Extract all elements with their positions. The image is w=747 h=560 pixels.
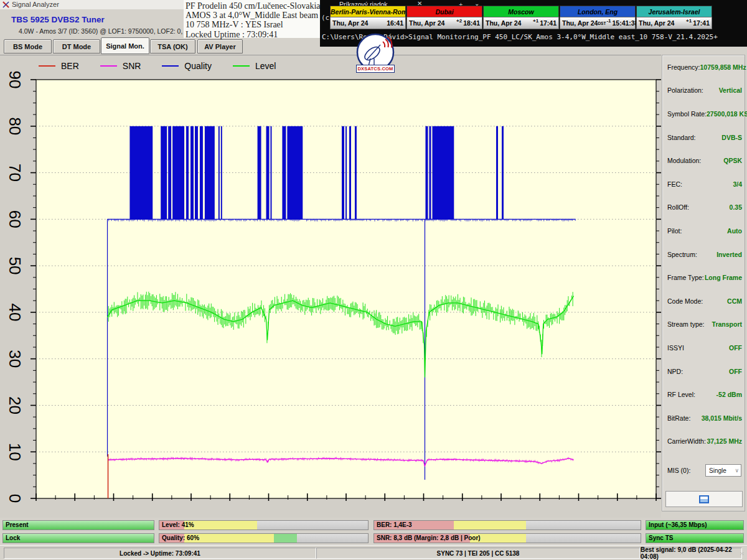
- clock-city: London, Eng: [560, 6, 636, 17]
- mis-select[interactable]: Single ∨: [705, 464, 741, 477]
- level-progress-bar: Level: 41%: [159, 520, 369, 530]
- ber-progress-bar: BER: 1,4E-3: [374, 520, 641, 530]
- clock-date: Thu, Apr 24: [332, 19, 368, 27]
- mis-selected-value: Single: [709, 467, 735, 474]
- clock-date: Thu, Apr 24: [409, 19, 444, 27]
- clock-city: Dubai: [406, 6, 482, 17]
- parameter-rows: Frequency:10759,858 MHz Polarization:Ver…: [662, 55, 745, 453]
- clock-date: Thu, Apr 24: [562, 19, 598, 27]
- lock-indicator: Lock: [2, 533, 154, 543]
- disk-icon: [699, 495, 709, 503]
- clock-time: 15:41:38: [613, 19, 639, 27]
- sync-ts-indicator: Sync TS: [646, 533, 744, 543]
- svg-text:50: 50: [6, 257, 24, 275]
- svg-text:80: 80: [6, 117, 24, 135]
- param-stream-type: Stream type:Transport: [662, 313, 745, 337]
- svg-text:10: 10: [6, 443, 24, 461]
- chevron-down-icon: ∨: [735, 467, 739, 474]
- param-code-mode: Code Mode:CCM: [662, 289, 745, 313]
- clock-time: 16:41: [387, 19, 403, 27]
- bar-zone: [184, 521, 257, 530]
- clock-widget: Berlin-Paris-Vienna-Roma Thu, Apr 24 16:…: [330, 6, 406, 29]
- snr-progress-bar: SNR: 8,3 dB (Margin: 2,8 dB | Poor): [374, 533, 641, 543]
- svg-text:0: 0: [6, 494, 24, 503]
- legend-label: BER: [61, 61, 79, 71]
- annotation-line: PF Prodelin 450 cm/Lučenec-Slovakia: [186, 1, 320, 11]
- legend-item-level: Level: [233, 61, 276, 71]
- svg-text:20: 20: [6, 396, 24, 414]
- legend-label: Level: [255, 61, 276, 71]
- param-standard: Standard:DVB-S: [662, 126, 745, 149]
- chart-legend: BER SNR Quality Level: [39, 59, 297, 73]
- quality-line-swatch: [162, 65, 179, 67]
- input-bitrate-indicator: Input (~36,35 Mbps): [646, 520, 744, 530]
- param-polarization: Polarization:Vertical: [662, 79, 745, 103]
- status-best-signal: Best signal: 9,0 dB (2025-04-22 04:08): [640, 548, 742, 559]
- tab-tsa[interactable]: TSA (OK): [150, 39, 195, 54]
- tab-dt-mode[interactable]: DT Mode: [53, 39, 100, 54]
- param-fec: FEC:3/4: [662, 172, 745, 196]
- svg-text:40: 40: [6, 303, 24, 321]
- signal-chart-panel: BER SNR Quality Level 010203040506070809…: [0, 55, 661, 518]
- param-frequency: Frequency:10759,858 MHz: [662, 55, 745, 79]
- snr-line-swatch: [100, 65, 117, 67]
- svg-text:90: 90: [6, 71, 24, 89]
- transponder-parameters-panel: Frequency:10759,858 MHz Polarization:Ver…: [662, 55, 745, 511]
- tab-bs-mode[interactable]: BS Mode: [4, 39, 52, 54]
- clock-date: Thu, Apr 24: [486, 19, 521, 27]
- level-line-swatch: [233, 65, 250, 67]
- param-rolloff: RollOff:0.35: [662, 196, 745, 220]
- legend-label: SNR: [123, 61, 141, 71]
- param-pilot: Pilot:Auto: [662, 219, 745, 243]
- param-npd: NPD:OFF: [662, 360, 745, 383]
- clock-time: 17:41: [540, 19, 557, 27]
- param-frame-type: Frame Type:Long Frame: [662, 266, 745, 289]
- clock-widget: Jerusalem-Israel Thu, Apr 24 +1 17:41: [636, 6, 712, 29]
- legend-item-quality: Quality: [162, 61, 212, 71]
- param-carrier-width: CarrierWidth:37,125 MHz: [662, 430, 745, 454]
- legend-item-ber: BER: [39, 61, 79, 71]
- annotation-line: 10 758 MHz-V : YES Israel: [186, 20, 320, 29]
- screen: Signal Analyzer TBS 5925 DVBS2 Tuner 4.0…: [0, 0, 747, 560]
- annotation-line: AMOS 3 at 4,0°W_Middle East beam: [186, 11, 320, 20]
- status-bar: Locked -> Uptime: 73:09:41 SYNC 73 | TEI…: [0, 545, 747, 560]
- resize-grip[interactable]: ⁙: [740, 551, 746, 558]
- param-spectrum: Spectrum:Inverted: [662, 243, 745, 266]
- bar-zone: [274, 534, 297, 543]
- svg-text:70: 70: [6, 164, 24, 182]
- dxsatcs-logo-caption: DXSATCS.COM: [356, 65, 395, 73]
- present-indicator: Present: [2, 520, 154, 530]
- tab-signal-mon[interactable]: Signal Mon.: [101, 37, 149, 54]
- clock-city: Moscow: [483, 6, 559, 17]
- legend-label: Quality: [184, 61, 212, 71]
- mis-label: MIS (0):: [667, 467, 705, 474]
- status-uptime: Locked -> Uptime: 73:09:41: [4, 548, 316, 559]
- clock-city: Jerusalem-Israel: [636, 6, 712, 17]
- clock-time: 18:41: [463, 19, 480, 27]
- signal-monitor-chart: 0102030405060708090: [0, 55, 661, 518]
- clock-utc-offset: +1: [686, 18, 692, 24]
- clock-date: Thu, Apr 24: [639, 19, 674, 27]
- app-icon: [2, 1, 9, 8]
- save-recording-button[interactable]: [665, 491, 743, 507]
- clock-utc-offset: -1: [606, 18, 611, 24]
- clock-widget: London, Eng Thu, Apr 24 DST -1 15:41:38: [560, 6, 636, 29]
- param-issyi: ISSYIOFF: [662, 336, 745, 360]
- tab-bar: BS Mode DT Mode Signal Mon. TSA (OK) AV …: [0, 36, 320, 55]
- clock-time: 17:41: [693, 19, 710, 27]
- clock-utc-offset: +1: [533, 18, 538, 24]
- clock-city: Berlin-Paris-Vienna-Roma: [330, 6, 406, 17]
- svg-text:30: 30: [6, 350, 24, 368]
- tab-av-player[interactable]: AV Player: [197, 39, 243, 54]
- clock-dst: DST: [598, 21, 606, 26]
- param-modulation: Modulation:QPSK: [662, 149, 745, 172]
- annotation-block: PF Prodelin 450 cm/Lučenec-Slovakia AMOS…: [184, 0, 320, 38]
- clock-widget: Moscow Thu, Apr 24 +1 17:41: [483, 6, 559, 29]
- param-bitrate: BitRate:38,015 Mbit/s: [662, 406, 745, 430]
- tuner-title: TBS 5925 DVBS2 Tuner: [11, 15, 105, 24]
- param-rf-level: RF Level:-52 dBm: [662, 383, 745, 406]
- legend-item-snr: SNR: [100, 61, 141, 71]
- svg-text:60: 60: [6, 210, 24, 228]
- quality-progress-bar: Quality: 60%: [159, 533, 369, 543]
- param-symbol-rate: Symbol Rate:27500,018 KS/s: [662, 102, 745, 126]
